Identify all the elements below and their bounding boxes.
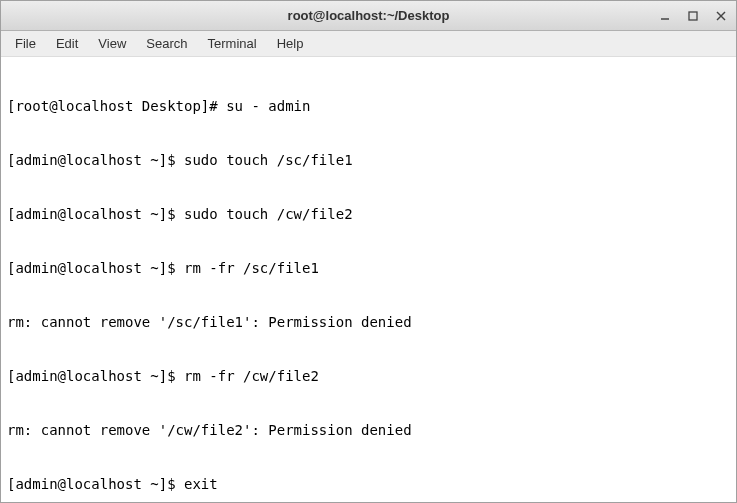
menu-view[interactable]: View [90,34,134,53]
terminal-line: [root@localhost Desktop]# su - admin [7,97,730,115]
close-button[interactable] [714,9,728,23]
menu-terminal[interactable]: Terminal [200,34,265,53]
maximize-icon [688,11,698,21]
terminal-line: [admin@localhost ~]$ exit [7,475,730,493]
terminal-line: [admin@localhost ~]$ rm -fr /sc/file1 [7,259,730,277]
close-icon [716,11,726,21]
window-controls [658,9,728,23]
terminal-line: [admin@localhost ~]$ sudo touch /sc/file… [7,151,730,169]
terminal-area[interactable]: [root@localhost Desktop]# su - admin [ad… [1,57,736,502]
menu-file[interactable]: File [7,34,44,53]
menu-edit[interactable]: Edit [48,34,86,53]
minimize-icon [660,11,670,21]
titlebar: root@localhost:~/Desktop [1,1,736,31]
svg-rect-1 [689,12,697,20]
minimize-button[interactable] [658,9,672,23]
menubar: File Edit View Search Terminal Help [1,31,736,57]
terminal-line: [admin@localhost ~]$ sudo touch /cw/file… [7,205,730,223]
window-title: root@localhost:~/Desktop [1,8,736,23]
terminal-line: rm: cannot remove '/cw/file2': Permissio… [7,421,730,439]
menu-search[interactable]: Search [138,34,195,53]
menu-help[interactable]: Help [269,34,312,53]
maximize-button[interactable] [686,9,700,23]
terminal-line: [admin@localhost ~]$ rm -fr /cw/file2 [7,367,730,385]
terminal-line: rm: cannot remove '/sc/file1': Permissio… [7,313,730,331]
